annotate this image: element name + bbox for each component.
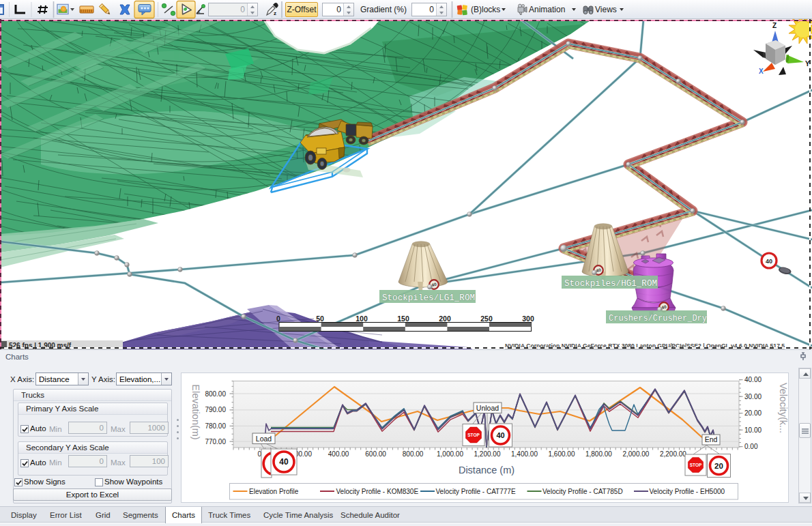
svg-text:1,000.00: 1,000.00: [437, 450, 463, 458]
svg-text:Stockpiles/HG1_ROM: Stockpiles/HG1_ROM: [564, 279, 657, 289]
svg-text:600.00: 600.00: [365, 450, 386, 458]
svg-text:2,200.00: 2,200.00: [660, 450, 686, 458]
svg-text:Velocity Profile - KOM830E: Velocity Profile - KOM830E: [336, 488, 419, 495]
svg-text:Stockpiles/LG1_ROM: Stockpiles/LG1_ROM: [382, 293, 475, 303]
svg-text:X: X: [759, 68, 764, 75]
svg-text:Y: Y: [805, 60, 810, 68]
svg-text:Velocity(k...: Velocity(k...: [778, 383, 789, 433]
svg-text:NVIDIA Corporation NVIDIA GeFo: NVIDIA Corporation NVIDIA GeForce RTX 30…: [505, 342, 785, 349]
svg-text:Elevation(m): Elevation(m): [190, 384, 201, 439]
svg-text:250: 250: [480, 315, 493, 323]
svg-text:Z: Z: [772, 22, 777, 29]
svg-text:800.00: 800.00: [205, 390, 226, 398]
svg-text:150: 150: [397, 315, 409, 323]
svg-text:790.00: 790.00: [205, 406, 226, 413]
svg-text:20: 20: [714, 462, 723, 470]
svg-text:Elevation Profile: Elevation Profile: [249, 488, 299, 495]
svg-text:0: 0: [276, 315, 280, 323]
svg-text:z: z: [198, 9, 201, 14]
svg-text:1,600.00: 1,600.00: [549, 450, 575, 458]
svg-text:40: 40: [766, 258, 772, 265]
svg-text:40: 40: [496, 431, 504, 439]
svg-text:770.00: 770.00: [205, 438, 226, 445]
svg-text:1,400.00: 1,400.00: [511, 450, 538, 458]
svg-text:1,800.00: 1,800.00: [585, 450, 612, 458]
svg-text:50: 50: [316, 315, 324, 323]
svg-text:z: z: [274, 10, 276, 16]
svg-text:2,000.00: 2,000.00: [622, 450, 649, 458]
svg-text:STOP: STOP: [467, 433, 480, 437]
svg-text:Crushers/Crusher_Dry: Crushers/Crusher_Dry: [609, 314, 707, 323]
svg-text:Velocity Profile - EH5000: Velocity Profile - EH5000: [650, 488, 725, 495]
svg-text:0.00: 0.00: [744, 443, 758, 450]
svg-text:20.00: 20.00: [744, 409, 762, 417]
svg-text:200: 200: [439, 315, 451, 323]
svg-text:Velocity Profile - CAT777E: Velocity Profile - CAT777E: [436, 488, 516, 495]
svg-text:10.00: 10.00: [744, 426, 762, 434]
svg-text:STOP: STOP: [690, 463, 702, 467]
svg-text:Velocity Profile - CAT785D: Velocity Profile - CAT785D: [542, 488, 623, 495]
svg-text:30.00: 30.00: [744, 393, 762, 400]
svg-text:400.00: 400.00: [328, 450, 349, 458]
svg-text:Load: Load: [256, 435, 272, 443]
svg-text:1,200.00: 1,200.00: [474, 450, 501, 458]
svg-text:Distance (m): Distance (m): [459, 465, 514, 476]
svg-text:Unload: Unload: [476, 404, 499, 412]
svg-text:300: 300: [522, 315, 534, 323]
svg-text:100: 100: [356, 315, 368, 323]
svg-text:526 fps | 1.900 ms/f: 526 fps | 1.900 ms/f: [9, 342, 72, 349]
svg-text:780.00: 780.00: [205, 422, 226, 430]
svg-text:800.00: 800.00: [403, 450, 424, 458]
svg-text:40: 40: [279, 457, 289, 467]
svg-text:40.00: 40.00: [744, 376, 762, 383]
svg-text:End: End: [705, 435, 718, 443]
